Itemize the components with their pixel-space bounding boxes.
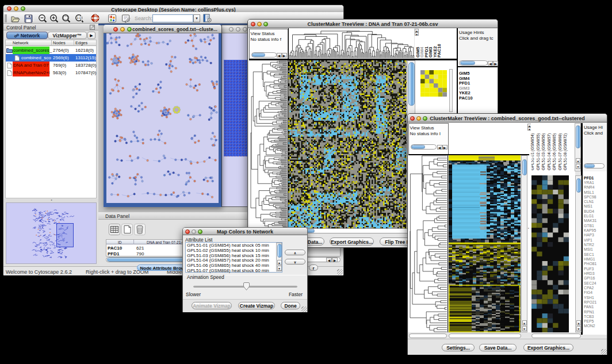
svg-text:1:1: 1:1 bbox=[77, 16, 81, 20]
